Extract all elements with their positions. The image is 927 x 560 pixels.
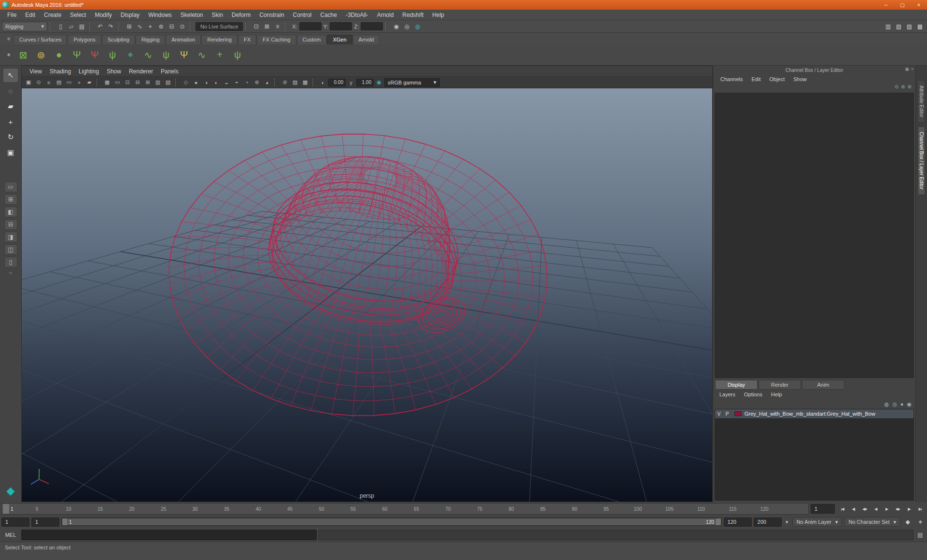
field-chart-icon[interactable] (143, 78, 153, 87)
layout-hypershade-button[interactable] (4, 244, 17, 255)
textured-display-icon[interactable] (201, 78, 211, 87)
exposure-field[interactable]: 0.00 (328, 79, 346, 86)
redo-icon[interactable] (106, 21, 116, 31)
safe-action-icon[interactable] (153, 78, 163, 87)
menu-item[interactable]: -3DtoAll- (341, 12, 373, 18)
modeling-toolkit-toggle-icon[interactable] (883, 21, 893, 31)
speed-mode-icon[interactable] (901, 84, 905, 92)
make-live-icon[interactable] (177, 21, 187, 31)
render-current-frame-icon[interactable] (391, 21, 401, 31)
depth-of-field-icon[interactable] (262, 78, 272, 87)
move-tool-icon[interactable] (3, 115, 18, 128)
maximize-button[interactable] (894, 0, 911, 10)
menu-item[interactable]: Deform (227, 12, 255, 18)
move-layer-down-icon[interactable] (907, 401, 912, 407)
go-to-start-button[interactable] (837, 504, 848, 514)
snap-to-curves-icon[interactable] (135, 21, 145, 31)
xgen-place-guide-icon[interactable] (122, 47, 139, 63)
script-editor-icon[interactable] (915, 530, 926, 540)
menu-set-selector[interactable]: Rigging (2, 22, 47, 31)
output-connections-icon[interactable] (262, 21, 272, 31)
shelf-tab[interactable]: Arnold (353, 35, 380, 44)
use-all-lights-icon[interactable] (211, 78, 221, 87)
menu-item[interactable]: Display (116, 12, 144, 18)
shelf-tab[interactable]: Rigging (136, 35, 165, 44)
layout-uv-editor-button[interactable] (4, 257, 17, 267)
select-tool-icon[interactable] (3, 69, 18, 82)
live-surface-field[interactable]: No Live Surface (196, 22, 243, 31)
create-empty-layer-icon[interactable] (885, 401, 889, 407)
shadows-icon[interactable] (222, 78, 231, 87)
menu-item[interactable]: Constrain (255, 12, 288, 18)
xgen-curve-icon[interactable] (140, 47, 156, 63)
layer-editor-tab[interactable]: Render (758, 380, 801, 390)
toolbox-collapse-icon[interactable] (4, 269, 17, 276)
gamma-field[interactable]: 1.00 (356, 79, 374, 86)
channel-box-menu-item[interactable]: Channels (716, 76, 747, 82)
divider[interactable] (89, 23, 93, 30)
layer-editor-menu-item[interactable]: Help (767, 392, 787, 397)
grease-pencil-icon[interactable] (84, 78, 94, 87)
shelf-tab[interactable]: XGen (327, 35, 352, 44)
panel-menu-item[interactable]: Renderer (125, 68, 157, 75)
menu-item[interactable]: Arnold (373, 12, 398, 18)
anim-layer-dropdown[interactable]: No Anim Layer (792, 517, 843, 527)
layer-editor-tab[interactable]: Display (715, 380, 758, 390)
input-connections-icon[interactable] (251, 21, 261, 31)
construction-history-icon[interactable] (272, 21, 282, 31)
grid-toggle-icon[interactable] (102, 78, 112, 87)
playback-end-field[interactable]: 120 (724, 518, 752, 527)
play-forwards-button[interactable] (881, 504, 892, 514)
wireframe-display-icon[interactable] (181, 78, 191, 87)
xgen-add-hair-icon[interactable] (69, 47, 85, 63)
menu-item[interactable]: Edit (21, 12, 40, 18)
menu-item[interactable]: Help (428, 12, 449, 18)
layer-editor-menu-item[interactable]: Layers (715, 392, 740, 397)
channel-box-toggle-icon[interactable] (915, 21, 925, 31)
layout-four-pane-button[interactable] (4, 194, 17, 205)
channel-box-menu-item[interactable]: Show (789, 76, 811, 82)
new-scene-icon[interactable] (56, 21, 66, 31)
layer-editor-tab[interactable]: Anim (802, 380, 844, 390)
color-management-icon[interactable] (374, 78, 384, 87)
menu-item[interactable]: Control (289, 12, 316, 18)
menu-item[interactable]: Create (40, 12, 66, 18)
divider[interactable] (50, 23, 53, 30)
snap-to-points-icon[interactable] (145, 21, 155, 31)
snap-to-view-planes-icon[interactable] (167, 21, 177, 31)
paint-select-tool-icon[interactable] (3, 99, 18, 113)
select-camera-icon[interactable] (24, 78, 33, 87)
scale-tool-icon[interactable] (3, 146, 18, 159)
divider[interactable] (285, 23, 288, 30)
menu-item[interactable]: File (3, 12, 21, 18)
move-layer-up-icon[interactable] (900, 401, 904, 407)
animation-start-field[interactable]: 1 (1, 518, 29, 527)
multisample-icon[interactable] (252, 78, 262, 87)
menu-item[interactable]: Redshift (398, 12, 428, 18)
panel-menu-item[interactable]: Shading (46, 68, 75, 75)
shelf-tab[interactable]: Sculpting (102, 35, 135, 44)
layer-playback-toggle[interactable]: P (723, 411, 731, 417)
xgen-preview-icon[interactable] (229, 47, 246, 63)
close-button[interactable] (911, 0, 927, 10)
gamma-icon[interactable] (346, 78, 356, 87)
menu-item[interactable]: Skeleton (176, 12, 208, 18)
ipr-render-icon[interactable] (402, 21, 412, 31)
lock-camera-icon[interactable] (34, 78, 43, 87)
shelf-tab[interactable]: Custom (297, 35, 327, 44)
xgen-sphere-icon[interactable] (51, 47, 67, 63)
channel-box-menu-item[interactable]: Edit (747, 76, 765, 82)
menu-item[interactable]: Skin (208, 12, 227, 18)
open-scene-icon[interactable] (66, 21, 76, 31)
xgen-delete-hair-icon[interactable] (86, 47, 103, 63)
shelf-menu-icon[interactable] (4, 34, 14, 43)
step-forward-frame-button[interactable] (903, 504, 914, 514)
gate-mask-icon[interactable] (133, 78, 142, 87)
isolate-select-icon[interactable] (280, 78, 290, 87)
command-language-toggle[interactable]: MEL (1, 532, 20, 538)
range-slider[interactable]: 1 120 (61, 518, 722, 526)
snap-to-projected-center-icon[interactable] (156, 21, 166, 31)
exposure-icon[interactable] (318, 78, 328, 87)
panel-menu-item[interactable]: Lighting (75, 68, 103, 75)
viewport-3d[interactable]: persp (22, 88, 712, 502)
